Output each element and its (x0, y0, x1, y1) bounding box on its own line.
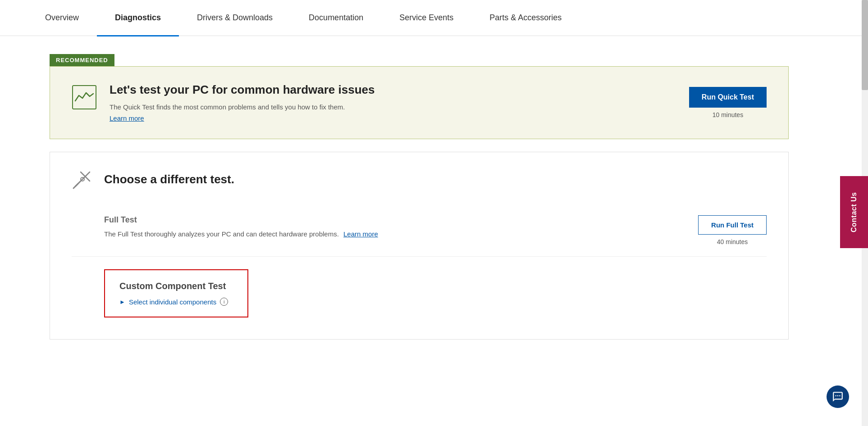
custom-test-title: Custom Component Test (119, 281, 233, 291)
quick-test-card: Let's test your PC for common hardware i… (50, 66, 789, 139)
recommended-badge: RECOMMENDED (50, 54, 114, 66)
arrow-icon: ► (119, 299, 125, 305)
custom-test-box[interactable]: Custom Component Test ► Select individua… (104, 269, 248, 317)
diagnostic-icon (72, 85, 97, 110)
section-header: Choose a different test. (72, 168, 767, 190)
info-icon[interactable]: i (220, 298, 228, 306)
choose-test-section: Choose a different test. Full Test The F… (50, 152, 789, 340)
recommended-section: RECOMMENDED Let's test your PC for commo… (50, 54, 789, 139)
quick-test-learn-more[interactable]: Learn more (110, 114, 144, 122)
full-test-title: Full Test (104, 215, 378, 225)
wrench-icon (72, 168, 93, 190)
svg-line-6 (73, 184, 78, 188)
svg-rect-0 (73, 86, 96, 109)
nav-drivers[interactable]: Drivers & Downloads (179, 0, 291, 36)
card-text: Let's test your PC for common hardware i… (110, 83, 375, 122)
chat-button[interactable] (827, 385, 849, 408)
nav-documentation[interactable]: Documentation (291, 0, 381, 36)
svg-rect-8 (837, 395, 838, 396)
full-test-row: Full Test The Full Test thoroughly analy… (72, 204, 767, 257)
full-test-info: Full Test The Full Test thoroughly analy… (104, 215, 378, 238)
full-test-right: Run Full Test 40 minutes (698, 215, 767, 245)
quick-test-title: Let's test your PC for common hardware i… (110, 83, 375, 97)
select-components-row[interactable]: ► Select individual components i (119, 298, 233, 306)
select-components-label[interactable]: Select individual components (129, 298, 216, 306)
card-right: Run Quick Test 10 minutes (689, 87, 767, 118)
main-content: RECOMMENDED Let's test your PC for commo… (0, 36, 838, 367)
contact-us-button[interactable]: Contact Us (840, 176, 868, 248)
svg-rect-9 (839, 395, 840, 396)
full-test-description: The Full Test thoroughly analyzes your P… (104, 230, 378, 238)
chat-icon (832, 391, 844, 403)
quick-test-time: 10 minutes (713, 111, 743, 118)
svg-rect-7 (836, 395, 836, 396)
svg-line-4 (84, 172, 90, 177)
quick-test-description: The Quick Test finds the most common pro… (110, 103, 375, 111)
run-quick-test-button[interactable]: Run Quick Test (689, 87, 767, 108)
scrollbar-thumb[interactable] (862, 0, 868, 90)
run-full-test-button[interactable]: Run Full Test (698, 215, 767, 235)
top-navigation: Overview Diagnostics Drivers & Downloads… (0, 0, 868, 36)
nav-parts[interactable]: Parts & Accessories (471, 0, 580, 36)
nav-overview[interactable]: Overview (27, 0, 97, 36)
nav-service-events[interactable]: Service Events (381, 0, 471, 36)
choose-test-heading: Choose a different test. (104, 172, 234, 186)
full-test-learn-more[interactable]: Learn more (343, 230, 378, 238)
full-test-time: 40 minutes (717, 238, 748, 245)
card-left: Let's test your PC for common hardware i… (72, 83, 375, 122)
nav-diagnostics[interactable]: Diagnostics (97, 0, 179, 36)
